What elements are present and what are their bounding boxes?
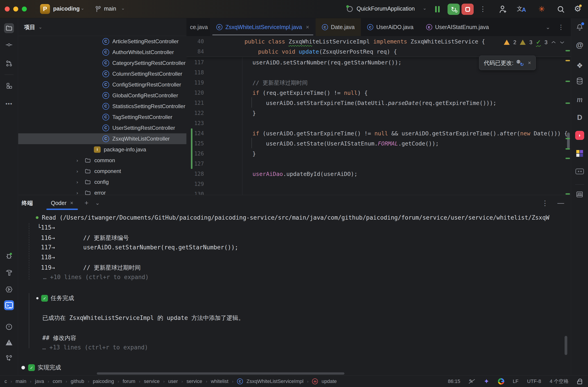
breadcrumb-item-user[interactable]: user: [168, 378, 178, 384]
tab-UserAIStatEnum.java[interactable]: EUserAIStatEnum.java: [420, 18, 495, 36]
breadcrumb-item-github[interactable]: github: [71, 378, 84, 384]
minimize-panel-icon[interactable]: —: [557, 199, 564, 207]
chevron-down-icon[interactable]: [560, 41, 565, 44]
tab-ZsxqWhiteListServiceImpl.java[interactable]: CZsxqWhiteListServiceImpl.java×: [210, 18, 315, 36]
problems-tool-button[interactable]: [4, 322, 14, 332]
indent-setting[interactable]: 4 个空格: [550, 378, 569, 385]
zoom-window-button[interactable]: [22, 6, 27, 11]
line-number[interactable]: 123: [186, 118, 204, 128]
inspections-widget[interactable]: 2 3 ✓ 3: [504, 39, 565, 46]
breadcrumb-method[interactable]: update: [321, 378, 336, 384]
close-icon[interactable]: ×: [528, 60, 531, 66]
breadcrumb-item-service[interactable]: service: [144, 378, 160, 384]
tab-options-icon[interactable]: ⋮: [558, 23, 564, 31]
stripe-mark[interactable]: [566, 102, 570, 104]
chevron-down-icon[interactable]: ⌄: [546, 24, 550, 30]
line-number[interactable]: 119: [186, 78, 204, 88]
pause-button[interactable]: [435, 6, 440, 12]
tree-item-package-info.java[interactable]: ipackage-info.java: [18, 144, 186, 155]
line-number[interactable]: 128: [186, 169, 204, 179]
tree-item-error[interactable]: ›error: [18, 187, 186, 195]
terminal-options-icon[interactable]: ⋮: [542, 199, 548, 207]
breadcrumb-item-whitelist[interactable]: whitelist: [211, 378, 228, 384]
close-window-button[interactable]: [5, 6, 10, 11]
run-config-name[interactable]: QuickForumApplication: [357, 5, 415, 12]
tree-item-AuthorWhiteListController[interactable]: CAuthorWhiteListController: [18, 47, 186, 58]
breadcrumb-item-java[interactable]: java: [35, 378, 44, 384]
add-user-icon[interactable]: [498, 4, 508, 14]
line-number[interactable]: 121: [186, 98, 204, 108]
ai-assistant-button[interactable]: @: [575, 40, 585, 50]
tree-item-ColumnSettingRestController[interactable]: CColumnSettingRestController: [18, 68, 186, 79]
stripe-mark[interactable]: [566, 193, 570, 195]
warnings-tool-button[interactable]: [4, 338, 14, 348]
tree-item-ArticleSettingRestController[interactable]: CArticleSettingRestController: [18, 36, 186, 47]
minimize-window-button[interactable]: [13, 6, 18, 11]
chat-card-button[interactable]: [575, 166, 585, 176]
notifications-button[interactable]: [575, 22, 585, 32]
branch-name[interactable]: main: [104, 5, 116, 12]
debug-tool-button[interactable]: [4, 251, 14, 261]
line-number[interactable]: 130: [186, 189, 204, 195]
line-number[interactable]: 127: [186, 159, 204, 169]
translate-icon[interactable]: 文A: [517, 5, 528, 14]
settings-gear-icon[interactable]: ⚙: [574, 4, 581, 14]
tree-item-ConfigSettingrRestController[interactable]: CConfigSettingrRestController: [18, 79, 186, 90]
tree-item-config[interactable]: ›config: [18, 177, 186, 187]
dictionary-button[interactable]: A: [575, 189, 585, 199]
line-number[interactable]: 129: [186, 179, 204, 189]
breadcrumb-item-main[interactable]: main: [16, 378, 26, 384]
editor-scrollbar[interactable]: [567, 133, 570, 149]
purple-star-plugin-icon[interactable]: ✦: [483, 377, 489, 385]
breadcrumb-class[interactable]: ZsxqWhiteListServiceImpl: [247, 378, 303, 384]
terminal-tab-qoder[interactable]: Qoder ×: [46, 195, 78, 211]
code-editor[interactable]: 40public class ZsxqWhiteListServiceImpl …: [186, 36, 571, 195]
breadcrumb-item-c[interactable]: c: [4, 378, 7, 384]
new-tab-icon[interactable]: +: [85, 199, 89, 207]
more-tools-button[interactable]: •••: [4, 99, 14, 109]
line-number[interactable]: 118: [186, 68, 204, 78]
stripe-mark[interactable]: [566, 138, 570, 139]
more-actions-icon[interactable]: ⋮: [480, 5, 486, 13]
stop-button[interactable]: [462, 4, 474, 15]
tree-item-CategorySettingRestController[interactable]: CCategorySettingRestController: [18, 58, 186, 68]
chevron-down-icon[interactable]: ⌄: [95, 200, 100, 206]
chevron-up-icon[interactable]: [551, 41, 556, 44]
rerun-button[interactable]: ↻⚙: [447, 4, 460, 15]
line-number[interactable]: 124: [186, 128, 204, 138]
structure-tool-button[interactable]: [4, 81, 14, 91]
line-number[interactable]: 122: [186, 108, 204, 118]
commit-tool-button[interactable]: [4, 40, 14, 50]
terminal-panel-title[interactable]: 终端: [21, 199, 33, 207]
red-plugin-button[interactable]: ◗: [575, 130, 585, 140]
starburst-plugin-icon[interactable]: ✳: [539, 4, 545, 14]
line-number[interactable]: 120: [186, 88, 204, 98]
plugin-pinwheel-button[interactable]: ❖: [575, 61, 585, 70]
breadcrumb-item-service[interactable]: service: [186, 378, 202, 384]
caret-position[interactable]: 86:15: [448, 378, 460, 384]
breadcrumb-item-paicoding[interactable]: paicoding: [93, 378, 114, 384]
plugin-d-button[interactable]: D: [575, 113, 585, 122]
line-ending[interactable]: LF: [513, 378, 519, 384]
terminal-vscrollbar[interactable]: [565, 336, 567, 355]
tree-item-ZsxqWhiteListController[interactable]: CZsxqWhiteListController: [18, 133, 186, 144]
terminal-hscrollbar[interactable]: [97, 372, 344, 375]
terminal-tool-button[interactable]: >_: [4, 300, 14, 310]
tab-ce.java[interactable]: ce.java: [186, 18, 210, 36]
services-tool-button[interactable]: [4, 285, 14, 295]
project-name[interactable]: paicoding: [53, 5, 80, 12]
tree-item-StatisticsSettingRestController[interactable]: CStatisticsSettingRestController: [18, 101, 186, 112]
stripe-mark[interactable]: [566, 81, 570, 82]
git-tool-button[interactable]: [4, 353, 14, 363]
stripe-mark[interactable]: [566, 60, 570, 61]
tree-item-common[interactable]: ›common: [18, 155, 186, 166]
file-encoding[interactable]: UTF-8: [527, 378, 541, 384]
stripe-mark[interactable]: [566, 50, 570, 51]
unlock-icon[interactable]: [577, 381, 582, 384]
stripe-mark[interactable]: [566, 158, 570, 159]
tree-item-UserSettingRestController[interactable]: CUserSettingRestController: [18, 123, 186, 133]
google-icon[interactable]: [498, 378, 504, 385]
database-button[interactable]: [575, 76, 585, 86]
line-number[interactable]: 117: [186, 57, 204, 68]
breadcrumb[interactable]: c›main›java›com›github›paicoding›forum›s…: [4, 378, 448, 384]
